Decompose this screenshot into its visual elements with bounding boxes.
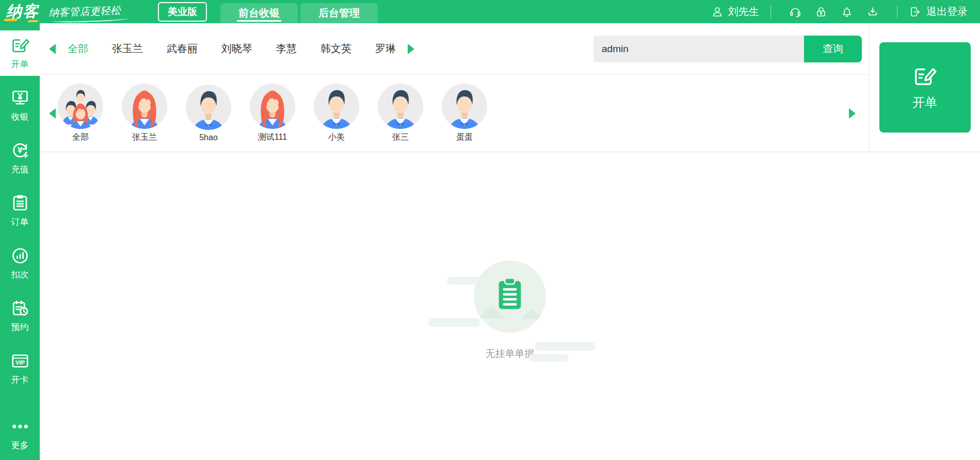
- scroll-left-icon[interactable]: [49, 44, 56, 54]
- staff-avatar-row: 全部 张玉兰 5hao 测试111 小美: [40, 75, 869, 152]
- staff-tab[interactable]: 韩文英: [320, 42, 351, 56]
- cloud-decoration: [428, 318, 480, 327]
- tab-front-desk-cashier[interactable]: 前台收银: [220, 3, 298, 23]
- search-input[interactable]: [593, 36, 804, 62]
- sidebar-item-recharge[interactable]: 充值: [0, 136, 40, 181]
- staff-card[interactable]: 5hao: [184, 85, 233, 142]
- empty-illustration: [474, 260, 546, 333]
- current-user[interactable]: 刘先生: [711, 5, 759, 19]
- bell-icon[interactable]: [841, 6, 853, 18]
- sidebar-item-more[interactable]: 更多: [0, 412, 40, 457]
- staff-card[interactable]: 张玉兰: [120, 84, 169, 143]
- staff-tab[interactable]: 罗琳: [375, 42, 396, 56]
- sidebar-item-deduct-count[interactable]: 扣次: [0, 241, 40, 286]
- staff-card[interactable]: 小美: [312, 84, 361, 143]
- avatar-male: [186, 85, 231, 130]
- main-content: 全部 张玉兰 武春丽 刘晓琴 李慧 韩文英 罗琳 查询 全部: [40, 23, 980, 460]
- avatar-group: [58, 84, 103, 129]
- avatar-male: [378, 84, 423, 129]
- sidebar-item-appointment[interactable]: 预约: [0, 293, 40, 339]
- main-nav-tabs: 前台收银 后台管理: [220, 3, 378, 23]
- deduct-count-icon: [11, 247, 29, 265]
- more-icon: [11, 417, 29, 436]
- sidebar-item-open-order[interactable]: 开单: [0, 30, 40, 76]
- avatar-female: [250, 84, 295, 129]
- staff-card[interactable]: 蛋蛋: [440, 84, 489, 143]
- search-button[interactable]: 查询: [804, 36, 862, 62]
- scroll-left-icon[interactable]: [49, 108, 56, 119]
- cloud-decoration: [535, 342, 596, 351]
- staff-tab[interactable]: 刘晓琴: [221, 42, 252, 56]
- edit-order-icon: [11, 36, 29, 55]
- appointment-icon: [11, 299, 29, 318]
- app-logo: 纳客: [6, 1, 39, 22]
- staff-column: 全部 张玉兰 武春丽 刘晓琴 李慧 韩文英 罗琳 查询 全部: [40, 23, 869, 152]
- empty-state: 无挂单单据: [474, 260, 546, 360]
- staff-tab[interactable]: 张玉兰: [112, 42, 143, 56]
- cloud-decoration: [528, 354, 569, 362]
- sidebar-item-orders[interactable]: 订单: [0, 188, 40, 234]
- new-order-button[interactable]: 开单: [879, 42, 971, 133]
- top-header: 纳客 纳客管店更轻松 美业版 前台收银 后台管理 刘先生 退出登录: [0, 0, 980, 23]
- search-group: 查询: [593, 36, 862, 62]
- sidebar-item-vip-card[interactable]: 开卡: [0, 346, 40, 391]
- left-sidebar: 开单 收银 充值 订单 扣次 预约 开卡 更多: [0, 23, 40, 460]
- recharge-icon: [11, 141, 29, 160]
- staff-card-all[interactable]: 全部: [56, 84, 105, 143]
- orders-icon: [11, 194, 29, 212]
- vip-card-icon: [11, 352, 29, 370]
- staff-tab[interactable]: 武春丽: [167, 42, 198, 56]
- staff-card[interactable]: 测试111: [248, 84, 297, 143]
- staff-tab-all[interactable]: 全部: [68, 42, 88, 56]
- staff-card[interactable]: 张三: [376, 84, 425, 143]
- header-right-cluster: 刘先生 退出登录: [711, 5, 968, 19]
- headset-icon[interactable]: [789, 6, 801, 18]
- user-name: 刘先生: [728, 5, 759, 19]
- sidebar-item-cashier[interactable]: 收银: [0, 83, 40, 128]
- scroll-right-icon[interactable]: [408, 44, 414, 54]
- staff-tab[interactable]: 李慧: [276, 42, 297, 56]
- avatar-male: [314, 84, 359, 129]
- edition-badge[interactable]: 美业版: [158, 2, 207, 22]
- avatar-male: [442, 84, 487, 129]
- tab-backend-management[interactable]: 后台管理: [300, 3, 378, 23]
- user-icon: [711, 6, 724, 18]
- scroll-right-icon[interactable]: [849, 108, 856, 119]
- logout-button[interactable]: 退出登录: [909, 5, 968, 19]
- pending-orders-area: 无挂单单据: [40, 152, 980, 360]
- cashier-icon: [11, 89, 29, 107]
- empty-state-message: 无挂单单据: [486, 347, 535, 360]
- edit-order-icon: [913, 64, 937, 88]
- divider: [897, 6, 897, 18]
- clipboard-icon: [494, 277, 526, 313]
- logout-icon: [909, 6, 921, 18]
- quick-action-panel: 开单: [869, 23, 980, 152]
- divider: [770, 6, 771, 18]
- brand-slogan: 纳客管店更轻松: [49, 4, 121, 20]
- avatar-female: [122, 84, 167, 129]
- lock-icon[interactable]: [815, 6, 827, 18]
- staff-tabs-row: 全部 张玉兰 武春丽 刘晓琴 李慧 韩文英 罗琳 查询: [40, 23, 869, 75]
- staff-panel: 全部 张玉兰 武春丽 刘晓琴 李慧 韩文英 罗琳 查询 全部: [40, 23, 980, 152]
- download-icon[interactable]: [866, 6, 879, 18]
